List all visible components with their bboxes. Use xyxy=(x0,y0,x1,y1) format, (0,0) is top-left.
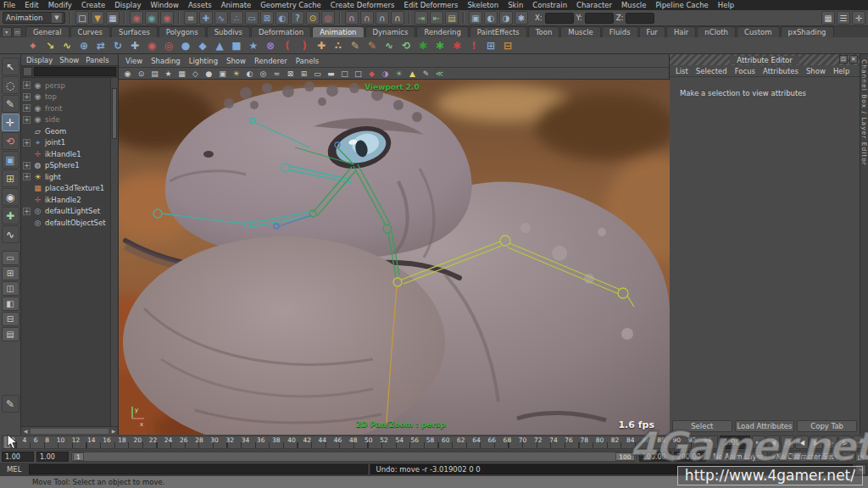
select-object-icon[interactable]: ◉ xyxy=(145,11,159,25)
motion-trail-icon[interactable]: ∿ xyxy=(381,38,397,53)
outliner-item[interactable]: + ▦ place3dTexture1 xyxy=(21,183,110,195)
scale-constraint-icon[interactable]: ■ xyxy=(229,38,244,53)
shaded-icon[interactable]: ● xyxy=(203,69,214,78)
orient-joint-icon[interactable]: ↻ xyxy=(110,38,125,53)
menu-item[interactable]: Create xyxy=(81,1,105,9)
highlight-mode-icon[interactable]: ≡ xyxy=(184,11,198,25)
shelf-tab[interactable]: Custom xyxy=(737,26,780,37)
grease-pencil-icon[interactable]: ✎ xyxy=(420,69,431,78)
go-to-start-button[interactable]: ⇤ xyxy=(752,435,765,449)
outliner-search-input[interactable] xyxy=(34,67,116,76)
lock-selection-icon[interactable]: ⊙ xyxy=(306,11,320,25)
universal-manip-tool[interactable]: ⊞ xyxy=(2,169,19,187)
camera-attributes-icon[interactable]: ▤ xyxy=(149,69,160,78)
playback-start-field[interactable]: 1.00 xyxy=(36,452,69,462)
ghost-icon[interactable]: ⊞ xyxy=(483,38,498,53)
step-forward-frame-button[interactable]: ▶ xyxy=(838,435,852,449)
z-input[interactable] xyxy=(626,13,654,24)
attribute-editor-menu-item[interactable]: Attributes xyxy=(763,67,798,75)
ik-fk-close-icon[interactable]: ) xyxy=(297,38,312,53)
attribute-editor-menu-item[interactable]: Focus xyxy=(735,67,755,75)
turntable-icon[interactable]: ⟲ xyxy=(398,38,414,53)
step-back-key-button[interactable]: ◁ xyxy=(781,435,794,449)
menu-item[interactable]: Modify xyxy=(48,1,72,9)
scale-tool[interactable]: ▣ xyxy=(2,151,19,169)
paint-effects-tool[interactable]: ✎ xyxy=(2,395,19,413)
snapshot-icon[interactable]: ✱ xyxy=(432,38,448,53)
outliner-item[interactable]: + ⌖ joint1 xyxy=(21,137,110,149)
output-connection-icon[interactable]: ⇤ xyxy=(430,11,443,25)
menu-item[interactable]: Muscle xyxy=(621,1,646,9)
snap-view-icon[interactable]: ⊠ xyxy=(260,11,274,25)
y-input[interactable] xyxy=(585,13,614,24)
aim-constraint-icon[interactable]: ◆ xyxy=(195,38,210,53)
menu-item[interactable]: Constrain xyxy=(532,1,567,9)
snap-magnet-1-icon[interactable]: ∩ xyxy=(345,11,359,25)
lock-camera-icon[interactable]: ⊙ xyxy=(136,69,147,78)
animation-end-field[interactable]: 200.00 xyxy=(674,452,706,462)
channel-box-collapsed-tab[interactable]: Channel Box / Layer Editor xyxy=(860,54,868,435)
attribute-editor-button[interactable]: Copy Tab xyxy=(797,420,857,432)
menu-item[interactable]: Assets xyxy=(188,1,212,9)
scroll-left-icon[interactable]: ◀ xyxy=(21,428,30,434)
field-chart-icon[interactable]: ⊞ xyxy=(298,69,309,78)
unghost-icon[interactable]: ⊟ xyxy=(500,38,515,53)
layout-split[interactable]: ◫ xyxy=(2,281,19,296)
snap-curve-icon[interactable]: ∿ xyxy=(214,11,228,25)
orient-constraint-icon[interactable]: ▲ xyxy=(212,38,227,53)
filter-icon[interactable] xyxy=(23,67,32,76)
shelf-tab[interactable]: Curves xyxy=(70,26,111,37)
detach-skin-icon[interactable]: ◎ xyxy=(161,38,176,53)
script-editor-icon[interactable]: ≡ xyxy=(855,464,866,475)
mirror-joint-icon[interactable]: ⇄ xyxy=(93,38,108,53)
range-end-handle[interactable]: 100 xyxy=(615,452,634,461)
outliner-vertical-scrollbar[interactable] xyxy=(110,78,118,426)
step-back-frame-button[interactable]: ◀ xyxy=(766,435,780,449)
new-scene-icon[interactable]: □ xyxy=(75,11,89,25)
save-scene-icon[interactable]: ▦ xyxy=(106,11,120,25)
attribute-editor-button[interactable]: Load Attributes xyxy=(735,420,795,432)
shelf-tab[interactable]: General xyxy=(25,26,70,37)
outliner-menu-item[interactable]: Show xyxy=(59,56,79,64)
isolate-select-icon[interactable]: ⊠ xyxy=(285,69,296,78)
shelf-tab[interactable]: Polygons xyxy=(159,26,206,37)
range-slider[interactable]: 1 100 xyxy=(71,452,637,462)
shelf-tab[interactable]: Toon xyxy=(528,26,560,37)
scroll-right-icon[interactable]: ▶ xyxy=(109,428,118,434)
open-scene-icon[interactable]: ▼ xyxy=(91,11,104,25)
quick-layout-icon[interactable]: ▦ xyxy=(821,11,835,25)
xray-icon[interactable]: ◑ xyxy=(380,69,391,78)
attribute-editor-button[interactable]: Select xyxy=(672,420,732,432)
hand-control-icon[interactable]: ✎ xyxy=(348,38,363,53)
shelf-tab[interactable]: Muscle xyxy=(560,26,600,37)
viewport-menu-item[interactable]: Panels xyxy=(296,57,319,65)
viewport-menu-item[interactable]: Lighting xyxy=(189,57,218,65)
select-component-icon[interactable]: ◉ xyxy=(160,11,174,25)
ik-handle-tool-icon[interactable]: ↘ xyxy=(42,38,58,53)
point-constraint-icon[interactable]: ● xyxy=(178,38,193,53)
walk-tool-icon[interactable]: ∴ xyxy=(331,38,346,53)
insert-joint-icon[interactable]: ⊕ xyxy=(76,38,92,53)
layout-four-pane[interactable]: ⊞ xyxy=(2,266,19,280)
paint-weights-icon[interactable]: ✎ xyxy=(364,38,380,53)
mel-toggle[interactable]: MEL xyxy=(2,465,26,474)
exposure-icon[interactable]: ☀ xyxy=(393,69,404,78)
outliner-item[interactable]: + ◍ pSphere1 xyxy=(21,160,110,172)
animation-start-field[interactable]: 1.00 xyxy=(2,452,34,462)
expand-icon[interactable]: + xyxy=(23,162,31,169)
soft-mod-tool[interactable]: ◉ xyxy=(2,188,19,206)
character-set-menu[interactable]: No Character Set xyxy=(771,452,839,462)
snap-surface-icon[interactable]: ◐ xyxy=(275,11,289,25)
safe-title-icon[interactable]: □ xyxy=(353,69,364,78)
outliner-item[interactable]: + ▱ Geom xyxy=(21,125,110,137)
shelf-tab[interactable]: PaintEffects xyxy=(470,26,527,37)
safe-action-icon[interactable]: □ xyxy=(339,69,350,78)
menu-item[interactable]: Window xyxy=(150,1,179,9)
command-input[interactable] xyxy=(29,464,368,474)
viewport-menu-item[interactable]: View xyxy=(125,57,142,65)
ipr-render-icon[interactable]: ◑ xyxy=(499,11,513,25)
menu-item[interactable]: Create Deformers xyxy=(331,1,395,9)
attribute-editor-menu-item[interactable]: Show xyxy=(806,67,826,75)
enable-nodes-icon[interactable]: ✱ xyxy=(415,38,431,53)
shelf-tab[interactable]: Fur xyxy=(639,26,665,37)
